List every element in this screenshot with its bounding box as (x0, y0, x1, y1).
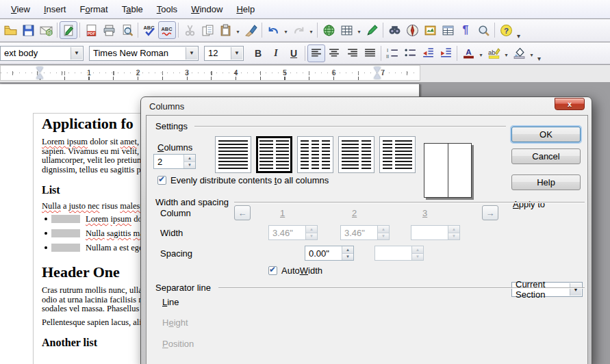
paste-icon[interactable] (216, 21, 234, 39)
horizontal-ruler[interactable]: 1234567 (0, 65, 610, 82)
save-icon[interactable] (19, 21, 37, 39)
field-shading (51, 215, 80, 223)
menu-format[interactable]: Format (73, 1, 114, 17)
copy-icon[interactable] (199, 21, 216, 39)
font-color-button[interactable]: A (459, 44, 477, 62)
preset-one-column[interactable] (215, 136, 251, 173)
ok-button[interactable]: OK (511, 127, 581, 142)
gallery-icon[interactable] (421, 21, 439, 39)
align-left-button[interactable] (307, 44, 325, 62)
apply-to-select[interactable]: Current Section▼ (511, 282, 583, 297)
spin-up-icon: ▲ (306, 226, 317, 233)
arrow-right-icon: → (486, 208, 495, 218)
preset-three-columns[interactable] (297, 136, 333, 173)
align-center-button[interactable] (325, 44, 343, 62)
cut-icon[interactable] (181, 21, 199, 39)
table-icon-dropdown[interactable]: ▾ (355, 21, 363, 39)
toolbar-separator (138, 23, 138, 38)
undo-icon-dropdown[interactable]: ▾ (282, 21, 290, 39)
edit-file-icon[interactable] (60, 21, 77, 39)
highlighting-button[interactable]: ab (485, 44, 503, 62)
menu-window[interactable]: Window (184, 1, 229, 17)
auto-spellcheck-icon[interactable]: ABC (158, 21, 176, 39)
bold-button[interactable]: B (249, 44, 267, 62)
menu-tools[interactable]: Tools (150, 1, 184, 17)
table-icon[interactable] (338, 21, 355, 39)
width-spinner-1: 3.46"▲▼ (268, 225, 318, 240)
spin-up-icon: ▲ (342, 246, 353, 254)
open-icon[interactable] (1, 21, 19, 39)
background-color-button[interactable] (510, 44, 528, 62)
undo-icon[interactable] (264, 21, 282, 39)
spelling-icon[interactable]: ABC (140, 21, 158, 39)
position-label: Position (162, 339, 194, 349)
export-pdf-icon[interactable]: PDF (82, 21, 100, 39)
align-justify-button[interactable] (361, 44, 379, 62)
toolbar-overflow-icon[interactable]: ▾ (535, 55, 543, 64)
underline-button[interactable]: U (285, 44, 303, 62)
autowidth-checkbox[interactable]: AutoWidth (268, 265, 322, 276)
cancel-button[interactable]: Cancel (511, 148, 581, 164)
formatting-marks-icon[interactable]: ¶ (457, 21, 474, 39)
increase-indent-button[interactable] (437, 44, 455, 62)
data-sources-icon[interactable] (439, 21, 457, 39)
hyperlink-icon[interactable] (320, 21, 338, 39)
chevron-down-icon[interactable]: ▼ (186, 47, 197, 60)
column-number-2: 2 (352, 208, 357, 218)
svg-text:ABC: ABC (161, 25, 173, 31)
zoom-icon[interactable] (474, 21, 492, 39)
redo-icon[interactable] (290, 21, 307, 39)
redo-icon-dropdown[interactable]: ▾ (307, 21, 315, 39)
email-icon[interactable]: @ (37, 21, 55, 39)
find-replace-icon[interactable] (385, 21, 403, 39)
spin-down-icon: ▼ (306, 233, 317, 240)
menu-insert[interactable]: Insert (37, 1, 73, 17)
chevron-down-icon[interactable]: ▼ (231, 47, 242, 60)
help-icon[interactable]: ? (497, 21, 515, 39)
align-right-button[interactable] (343, 44, 361, 62)
menu-table[interactable]: Table (115, 1, 150, 17)
toolbar-overflow-icon[interactable]: ▾ (515, 32, 522, 41)
ruler-number: 5 (283, 68, 287, 77)
preset-left-wide[interactable] (338, 136, 374, 173)
menu-view[interactable]: View (4, 1, 37, 17)
checkbox-checked-icon (157, 176, 166, 185)
format-paintbrush-icon[interactable] (242, 21, 259, 39)
width-label: Width (160, 228, 183, 238)
evenly-distribute-checkbox[interactable]: Evenly distribute contents to all column… (157, 175, 329, 185)
standard-toolbar: @PDFABCABC▾▾▾▾¶?▾ (0, 19, 610, 42)
spin-up-icon: ▲ (378, 226, 389, 233)
chevron-down-icon[interactable]: ▼ (71, 47, 82, 60)
ruler-number: 2 (136, 68, 140, 77)
columns-count-spinner[interactable]: 2 ▲▼ (153, 154, 196, 169)
next-column-button[interactable]: → (482, 205, 498, 220)
paragraph-style-select[interactable]: ext body▼ (0, 46, 84, 61)
toolbar-separator (383, 23, 383, 38)
menu-help[interactable]: Help (229, 1, 262, 17)
svg-text:?: ? (503, 25, 508, 34)
font-color-button-dropdown[interactable]: ▾ (477, 44, 485, 62)
print-icon[interactable] (100, 21, 118, 39)
close-icon[interactable]: x (555, 98, 585, 110)
decrease-indent-button[interactable] (419, 44, 437, 62)
previous-column-button[interactable]: ← (234, 205, 251, 220)
toolbar-separator (317, 23, 318, 38)
navigator-icon[interactable] (403, 21, 421, 39)
paste-icon-dropdown[interactable]: ▾ (234, 21, 242, 39)
spacing-spinner-1[interactable]: 0.00"▲▼ (305, 246, 354, 261)
italic-button[interactable]: I (267, 44, 285, 62)
background-color-button-dropdown[interactable]: ▾ (528, 44, 535, 62)
numbered-list-button[interactable]: III (383, 44, 401, 62)
preset-two-columns[interactable] (256, 136, 292, 173)
print-preview-icon[interactable] (118, 21, 136, 39)
svg-text:I: I (387, 47, 388, 53)
preset-right-wide[interactable] (379, 136, 416, 173)
bullet-list-button[interactable] (401, 44, 419, 62)
draw-functions-icon[interactable] (363, 21, 381, 39)
font-size-select[interactable]: 12▼ (204, 46, 244, 61)
font-name-select[interactable]: Times New Roman▼ (89, 46, 199, 61)
columns-label: Columns (157, 142, 192, 153)
highlighting-button-dropdown[interactable]: ▾ (503, 44, 510, 62)
help-button[interactable]: Help (511, 174, 581, 190)
menu-bar: ViewInsertFormatTableToolsWindowHelp (0, 0, 610, 18)
